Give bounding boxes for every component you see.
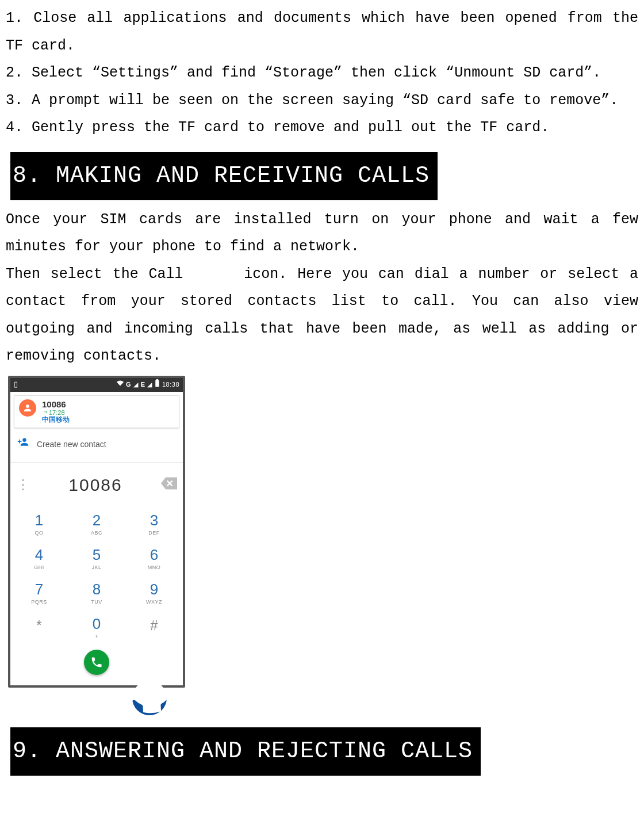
signal-e: E xyxy=(141,379,145,391)
status-time: 18:38 xyxy=(162,379,179,391)
outgoing-icon xyxy=(42,410,47,415)
dialpad: 1QO2ABC3DEF4GHI5JKL6MNO7PQRS8TUV9WXYZ*0+… xyxy=(10,507,183,645)
create-contact-label: Create new contact xyxy=(37,437,106,452)
add-contact-icon xyxy=(17,436,29,453)
dial-key-8[interactable]: 8TUV xyxy=(68,576,125,611)
overflow-menu-icon[interactable]: ⋮ xyxy=(16,482,30,487)
dial-key-7[interactable]: 7PQRS xyxy=(10,576,68,611)
step-2: 2. Select “Settings” and find “Storage” … xyxy=(6,59,638,87)
avatar xyxy=(19,399,36,417)
intro-paragraph-1: Once your SIM cards are installed turn o… xyxy=(6,206,638,261)
dial-key-*[interactable]: * xyxy=(10,611,68,645)
step-4: 4. Gently press the TF card to remove an… xyxy=(6,114,638,142)
dial-key-3[interactable]: 3DEF xyxy=(125,507,183,541)
step-1: 1. Close all applications and documents … xyxy=(6,5,638,59)
dial-key-5[interactable]: 5JKL xyxy=(68,541,125,576)
dial-key-1[interactable]: 1QO xyxy=(10,507,68,541)
dial-key-6[interactable]: 6MNO xyxy=(125,541,183,576)
create-contact-button[interactable]: Create new contact xyxy=(10,428,183,463)
signal-icon-1: ◢ xyxy=(133,379,139,391)
signal-icon-2: ◢ xyxy=(147,379,152,391)
section-heading-8: 8. MAKING AND RECEIVING CALLS xyxy=(10,152,438,200)
sim-icon: ▯ xyxy=(14,377,18,392)
dial-key-#[interactable]: # xyxy=(125,611,183,645)
dial-key-2[interactable]: 2ABC xyxy=(68,507,125,541)
step-3: 3. A prompt will be seen on the screen s… xyxy=(6,87,638,115)
status-bar: ▯ G ◢ E ◢ 18:38 xyxy=(10,378,183,392)
intro-2a: Then select the Call xyxy=(6,266,193,283)
battery-icon xyxy=(155,379,160,391)
call-button[interactable] xyxy=(84,650,109,675)
dial-key-9[interactable]: 9WXYZ xyxy=(125,576,183,611)
recent-call-card[interactable]: 10086 17:28 中国移动 xyxy=(14,395,179,429)
section-heading-9: 9. ANSWERING AND REJECTING CALLS xyxy=(10,727,481,776)
dial-display-row: ⋮ 10086 xyxy=(10,463,183,507)
wifi-icon xyxy=(117,379,124,391)
intro-paragraph-2: Then select the Call icon. Here you can … xyxy=(6,261,638,370)
dialer-screenshot: ▯ G ◢ E ◢ 18:38 10086 17:28 中国移动 xyxy=(8,376,185,688)
status-right: G ◢ E ◢ 18:38 xyxy=(117,379,179,391)
phone-app-icon xyxy=(132,685,172,717)
backspace-button[interactable] xyxy=(161,471,177,499)
signal-g: G xyxy=(126,379,131,391)
dial-key-4[interactable]: 4GHI xyxy=(10,541,68,576)
recent-carrier: 中国移动 xyxy=(42,416,70,424)
dialed-number: 10086 xyxy=(30,468,161,501)
recent-number: 10086 xyxy=(42,399,70,409)
dial-key-0[interactable]: 0+ xyxy=(68,611,125,645)
